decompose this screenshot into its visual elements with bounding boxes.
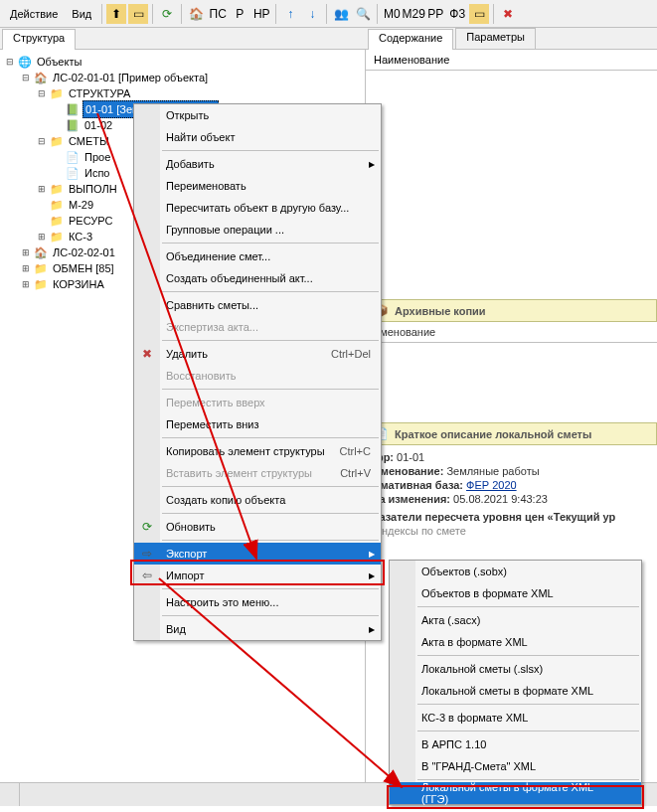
folder-icon[interactable]: ▭ [128, 4, 148, 24]
tb-np-icon[interactable]: НР [251, 4, 271, 24]
tb-m0-icon[interactable]: M0 [382, 4, 402, 24]
ctx-item[interactable]: Сравнить сметы... [134, 294, 381, 316]
ctx-item[interactable]: ⇦Импорт▶ [134, 565, 381, 586]
tb-search-icon[interactable]: 🔍 [353, 4, 373, 24]
ctx-item-label: Удалить [166, 348, 208, 360]
submenu-item-label: В "ГРАНД-Смета" XML [421, 760, 536, 772]
submenu-item-label: КС-3 в формате XML [421, 712, 528, 724]
submenu-item-label: Акта в формате XML [421, 636, 528, 648]
ctx-item-label: Групповые операции ... [166, 224, 284, 236]
ctx-item[interactable]: ⟳Обновить [134, 516, 381, 538]
submenu-item[interactable]: КС-3 в формате XML [390, 707, 641, 729]
submenu-item-label: Объектов в формате XML [421, 587, 554, 599]
ctx-item-label: Переименовать [166, 180, 246, 192]
tree-label: 01-02 [82, 117, 114, 133]
tree-icon: 📁 [49, 86, 65, 100]
tab-structure[interactable]: Структура [2, 29, 76, 50]
submenu-item-label: В АРПС 1.10 [421, 738, 486, 750]
tree-label: СТРУКТУРА [67, 85, 132, 101]
tree-icon: 📁 [33, 261, 49, 275]
ctx-item[interactable]: Создать объединенный акт... [134, 267, 381, 289]
ctx-item[interactable]: Найти объект [134, 126, 381, 148]
ctx-item-icon: ⇨ [139, 547, 155, 561]
ctx-item[interactable]: Переместить вниз [134, 413, 381, 435]
ctx-item[interactable]: Создать копию объекта [134, 489, 381, 511]
ctx-item[interactable]: Объединение смет... [134, 245, 381, 267]
ctx-item[interactable]: Добавить▶ [134, 153, 381, 175]
tree-icon: 📗 [65, 118, 81, 132]
tree-label: Прое [82, 149, 112, 165]
ctx-item-label: Открыть [166, 109, 209, 121]
tree-item[interactable]: ⊟📁СТРУКТУРА [4, 85, 361, 101]
submenu-item[interactable]: Объектов в формате XML [390, 582, 641, 604]
tb-down-icon[interactable]: ↓ [302, 4, 322, 24]
tree-icon: 📁 [49, 214, 65, 228]
submenu-item[interactable]: Акта в формате XML [390, 631, 641, 653]
ctx-item: Восстановить [134, 365, 381, 387]
tb-close-icon[interactable]: ✖ [498, 4, 518, 24]
menu-action[interactable]: Действие [4, 4, 64, 24]
ctx-item-label: Вставить элемент структуры [166, 467, 312, 479]
submenu-item-label: Локальной сметы в формате XML (ГГЭ) [421, 781, 621, 805]
ctx-item-label: Вид [166, 623, 186, 635]
ctx-item[interactable]: Настроить это меню... [134, 591, 381, 613]
submenu-item[interactable]: Локальной сметы (.slsx) [390, 658, 641, 680]
ctx-item: Экспертиза акта... [134, 316, 381, 338]
submenu-item[interactable]: Локальной сметы в формате XML (ГГЭ) [390, 782, 641, 804]
submenu-item[interactable]: Акта (.sacx) [390, 609, 641, 631]
ctx-item-label: Экспорт [166, 548, 207, 560]
submenu-arrow-icon: ▶ [369, 625, 375, 634]
tree-label: СМЕТЫ [67, 133, 111, 149]
brief-bar: 📄 Краткое описание локальной сметы [366, 422, 657, 445]
ctx-shortcut: Ctrl+C [340, 445, 371, 457]
ctx-item[interactable]: Групповые операции ... [134, 219, 381, 241]
submenu-item[interactable]: В АРПС 1.10 [390, 733, 641, 755]
tree-icon: 📁 [49, 198, 65, 212]
tb-f3-icon[interactable]: Ф3 [447, 4, 467, 24]
ctx-item-label: Найти объект [166, 131, 235, 143]
bottom-tab1[interactable] [0, 783, 20, 806]
ctx-item-label: Создать копию объекта [166, 494, 285, 506]
tb-m29-icon[interactable]: M29 [404, 4, 423, 24]
tree-label: КС-3 [67, 229, 94, 244]
tree-icon: 📁 [49, 230, 65, 244]
tree-icon: 🏠 [33, 71, 49, 84]
ctx-item[interactable]: Копировать элемент структурыCtrl+C [134, 440, 381, 462]
tree-icon: 📄 [65, 166, 81, 180]
menu-view[interactable]: Вид [66, 4, 97, 24]
submenu-item[interactable]: Локальной сметы в формате XML [390, 680, 641, 702]
ctx-item-label: Добавить [166, 158, 215, 170]
submenu-arrow-icon: ▶ [369, 160, 375, 169]
tb-p-icon[interactable]: P [230, 4, 249, 24]
ctx-item[interactable]: ⇨Экспорт▶ [134, 543, 381, 565]
tree-label: РЕСУРС [67, 213, 114, 229]
refresh-icon[interactable]: ⟳ [157, 4, 177, 24]
tb-pc-icon[interactable]: ПС [208, 4, 228, 24]
tab-content[interactable]: Содержание [368, 29, 453, 50]
tb-folder-icon[interactable]: ▭ [469, 4, 489, 24]
tree-root[interactable]: ⊟🌐 Объекты [4, 54, 361, 70]
ctx-item[interactable]: Переименовать [134, 175, 381, 197]
ctx-item[interactable]: ✖УдалитьCtrl+Del [134, 343, 381, 365]
submenu-item[interactable]: Объектов (.sobx) [390, 561, 641, 582]
tree-icon: 📄 [65, 150, 81, 164]
tb-home-icon[interactable]: 🏠 [186, 4, 206, 24]
tab-params[interactable]: Параметры [455, 28, 536, 49]
ctx-item-label: Объединение смет... [166, 250, 270, 262]
ctx-item[interactable]: Пересчитать объект в другую базу... [134, 197, 381, 219]
tree-icon: 📁 [49, 182, 65, 196]
base-link[interactable]: ФЕР 2020 [466, 479, 517, 491]
tb-up-icon[interactable]: ↑ [280, 4, 300, 24]
archive-bar: 📦 Архивные копии [366, 299, 657, 322]
tb-pp-icon[interactable]: PP [425, 4, 445, 24]
ctx-item[interactable]: Открыть [134, 104, 381, 126]
ctx-item-label: Пересчитать объект в другую базу... [166, 202, 349, 214]
tree-item[interactable]: ⊟🏠ЛС-02-01-01 [Пример объекта] [4, 70, 361, 85]
submenu-item-label: Локальной сметы в формате XML [421, 685, 593, 697]
tb-users-icon[interactable]: 👥 [331, 4, 351, 24]
ctx-item-label: Создать объединенный акт... [166, 272, 313, 284]
ctx-item[interactable]: Вид▶ [134, 618, 381, 640]
submenu-item[interactable]: В "ГРАНД-Смета" XML [390, 755, 641, 777]
folder-up-icon[interactable]: ⬆ [106, 4, 126, 24]
ctx-item-label: Сравнить сметы... [166, 299, 258, 311]
